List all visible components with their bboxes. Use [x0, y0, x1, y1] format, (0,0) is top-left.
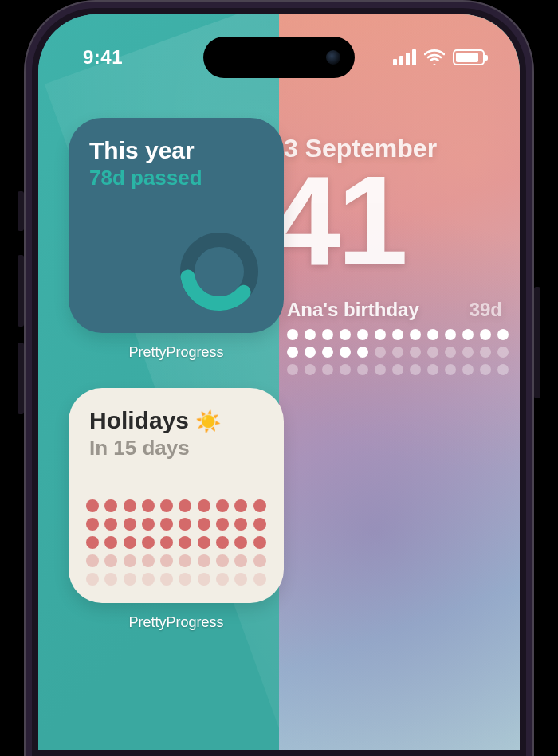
dot	[160, 518, 173, 531]
dot	[160, 573, 173, 586]
dot	[357, 364, 368, 375]
lock-widget-dot-grid	[287, 329, 505, 375]
volume-up-button[interactable]	[18, 255, 24, 327]
power-button[interactable]	[534, 287, 540, 398]
dot	[427, 329, 438, 340]
dot	[253, 518, 266, 531]
dot	[445, 347, 456, 358]
dot	[104, 554, 117, 567]
dot	[445, 364, 456, 375]
dot	[287, 329, 298, 340]
widget-title: This year	[89, 137, 263, 164]
sun-icon: ☀️	[195, 409, 221, 433]
dot	[86, 499, 99, 512]
dot	[234, 554, 247, 567]
widget-app-label: PrettyProgress	[69, 614, 284, 631]
widget-dot-grid	[86, 499, 266, 586]
mute-switch[interactable]	[18, 191, 24, 231]
phone-screen[interactable]: 9:41	[38, 14, 520, 750]
dot	[253, 536, 266, 549]
dot	[216, 554, 229, 567]
dot	[340, 329, 351, 340]
dot	[322, 347, 333, 358]
dot	[86, 554, 99, 567]
dot	[142, 499, 155, 512]
lock-wallpaper	[279, 14, 520, 750]
dot	[234, 499, 247, 512]
dot	[375, 347, 386, 358]
dot	[375, 329, 386, 340]
dot	[234, 573, 247, 586]
dot	[392, 347, 403, 358]
volume-down-button[interactable]	[18, 343, 24, 414]
dot	[198, 499, 210, 512]
dot	[305, 329, 316, 340]
dot	[305, 347, 316, 358]
dot	[104, 536, 117, 549]
dot	[124, 499, 136, 512]
dynamic-island[interactable]	[203, 37, 355, 78]
dot	[480, 364, 491, 375]
dot	[410, 329, 421, 340]
dot	[340, 364, 351, 375]
dot	[216, 573, 229, 586]
widget-holidays[interactable]: Holidays ☀️ In 15 days	[69, 388, 284, 603]
widget-title-text: Holidays	[89, 407, 189, 433]
dot	[480, 329, 491, 340]
dot	[480, 347, 491, 358]
dot	[392, 364, 403, 375]
dot	[198, 536, 210, 549]
dot	[142, 536, 155, 549]
widget-subtitle: 78d passed	[89, 166, 263, 190]
dot	[179, 536, 191, 549]
dot	[124, 536, 136, 549]
dot	[179, 518, 191, 531]
dot	[392, 329, 403, 340]
dot	[160, 536, 173, 549]
dot	[445, 329, 456, 340]
dot	[497, 364, 509, 375]
widget-subtitle: In 15 days	[89, 436, 263, 460]
lock-countdown-widget[interactable]: Ana's birthday 39d	[287, 299, 505, 375]
dot	[410, 347, 421, 358]
wifi-icon	[424, 49, 445, 65]
dot	[253, 499, 266, 512]
widget-title: Holidays ☀️	[89, 407, 263, 434]
dot	[497, 347, 509, 358]
dot	[124, 554, 136, 567]
dot	[287, 364, 298, 375]
dot	[179, 573, 191, 586]
dot	[86, 573, 99, 586]
dot	[216, 499, 229, 512]
dot	[142, 518, 155, 531]
dot	[234, 518, 247, 531]
dot	[198, 518, 210, 531]
dot	[104, 573, 117, 586]
dot	[462, 364, 474, 375]
dot	[305, 364, 316, 375]
widget-this-year[interactable]: This year 78d passed	[69, 118, 284, 333]
dot	[86, 536, 99, 549]
dot	[410, 364, 421, 375]
dot	[375, 364, 386, 375]
dot	[497, 329, 509, 340]
lock-time: 41	[269, 166, 505, 275]
progress-ring-icon	[175, 228, 263, 315]
dot	[124, 518, 136, 531]
lock-widget-title: Ana's birthday	[287, 299, 419, 321]
dot	[462, 347, 474, 358]
dot	[216, 536, 229, 549]
dot	[198, 573, 210, 586]
dot	[179, 554, 191, 567]
status-time: 9:41	[83, 46, 123, 69]
dot	[104, 518, 117, 531]
dot	[253, 554, 266, 567]
lock-screen-content: 3 September 41 Ana's birthday 39d	[279, 134, 505, 375]
home-widget-column: This year 78d passed PrettyProgress Holi…	[69, 118, 284, 631]
dot	[462, 329, 474, 340]
widget-app-label: PrettyProgress	[69, 344, 284, 361]
dot	[124, 573, 136, 586]
lock-widget-remaining: 39d	[470, 299, 502, 321]
dot	[104, 499, 117, 512]
battery-icon	[453, 49, 485, 65]
